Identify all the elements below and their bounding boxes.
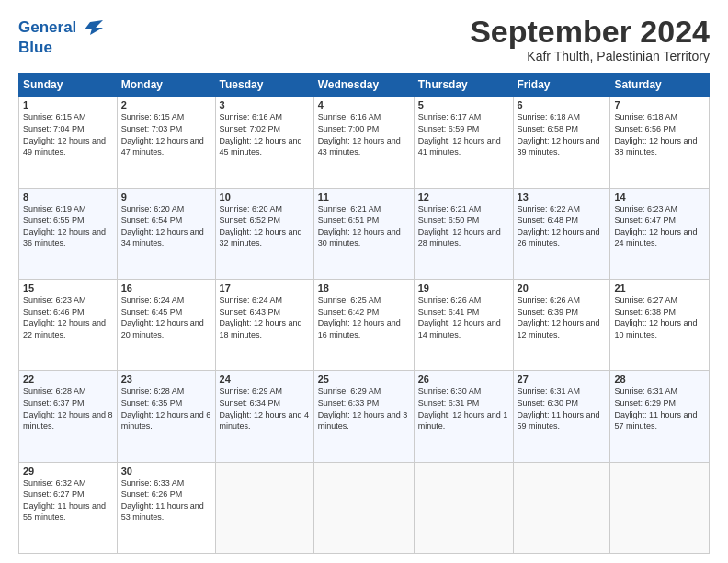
header: General Blue September 2024 Kafr Thulth,…	[18, 15, 710, 63]
logo-text: General	[18, 18, 103, 39]
calendar-cell: 1Sunrise: 6:15 AMSunset: 7:04 PMDaylight…	[19, 97, 118, 188]
calendar-cell: 12Sunrise: 6:21 AMSunset: 6:50 PMDayligh…	[414, 188, 513, 279]
day-detail: Sunrise: 6:20 AMSunset: 6:54 PMDaylight:…	[121, 203, 211, 249]
day-number: 6	[518, 99, 607, 110]
day-detail: Sunrise: 6:27 AMSunset: 6:38 PMDaylight:…	[614, 294, 705, 340]
day-detail: Sunrise: 6:19 AMSunset: 6:55 PMDaylight:…	[23, 203, 113, 249]
calendar-cell: 18Sunrise: 6:25 AMSunset: 6:42 PMDayligh…	[313, 280, 414, 371]
calendar-cell: 6Sunrise: 6:18 AMSunset: 6:58 PMDaylight…	[513, 97, 610, 188]
day-number: 15	[23, 282, 113, 293]
calendar-cell: 17Sunrise: 6:24 AMSunset: 6:43 PMDayligh…	[215, 280, 313, 371]
day-number: 3	[220, 99, 310, 110]
day-detail: Sunrise: 6:28 AMSunset: 6:35 PMDaylight:…	[121, 385, 211, 431]
day-detail: Sunrise: 6:28 AMSunset: 6:37 PMDaylight:…	[23, 385, 113, 431]
calendar-cell: 10Sunrise: 6:20 AMSunset: 6:52 PMDayligh…	[215, 188, 313, 279]
day-detail: Sunrise: 6:31 AMSunset: 6:30 PMDaylight:…	[518, 385, 607, 431]
day-number: 30	[121, 465, 211, 477]
calendar-cell: 13Sunrise: 6:22 AMSunset: 6:48 PMDayligh…	[513, 188, 610, 279]
calendar: SundayMondayTuesdayWednesdayThursdayFrid…	[18, 73, 710, 554]
calendar-cell: 21Sunrise: 6:27 AMSunset: 6:38 PMDayligh…	[610, 280, 710, 371]
day-detail: Sunrise: 6:21 AMSunset: 6:50 PMDaylight:…	[418, 203, 509, 249]
day-number: 22	[23, 373, 113, 385]
day-number: 4	[318, 99, 410, 110]
calendar-cell: 26Sunrise: 6:30 AMSunset: 6:31 PMDayligh…	[414, 371, 513, 462]
day-number: 18	[318, 282, 410, 293]
calendar-cell	[610, 462, 710, 553]
day-detail: Sunrise: 6:20 AMSunset: 6:52 PMDaylight:…	[220, 203, 310, 249]
day-number: 29	[23, 465, 113, 477]
day-detail: Sunrise: 6:26 AMSunset: 6:41 PMDaylight:…	[418, 294, 509, 340]
calendar-cell: 16Sunrise: 6:24 AMSunset: 6:45 PMDayligh…	[117, 280, 215, 371]
logo-blue-text: Blue	[18, 39, 103, 57]
day-detail: Sunrise: 6:22 AMSunset: 6:48 PMDaylight:…	[518, 203, 607, 249]
day-detail: Sunrise: 6:24 AMSunset: 6:43 PMDaylight:…	[220, 294, 310, 340]
day-detail: Sunrise: 6:18 AMSunset: 6:56 PMDaylight:…	[614, 111, 705, 157]
day-detail: Sunrise: 6:25 AMSunset: 6:42 PMDaylight:…	[318, 294, 410, 340]
weekday-header-tuesday: Tuesday	[215, 74, 313, 97]
day-number: 7	[614, 99, 705, 110]
day-detail: Sunrise: 6:30 AMSunset: 6:31 PMDaylight:…	[418, 385, 509, 431]
day-number: 20	[518, 282, 607, 293]
day-detail: Sunrise: 6:18 AMSunset: 6:58 PMDaylight:…	[518, 111, 607, 157]
day-number: 1	[23, 99, 113, 110]
day-number: 5	[418, 99, 509, 110]
calendar-week-row: 22Sunrise: 6:28 AMSunset: 6:37 PMDayligh…	[19, 371, 710, 462]
weekday-header-monday: Monday	[117, 74, 215, 97]
day-detail: Sunrise: 6:32 AMSunset: 6:27 PMDaylight:…	[23, 477, 113, 523]
calendar-cell: 3Sunrise: 6:16 AMSunset: 7:02 PMDaylight…	[215, 97, 313, 188]
day-number: 11	[318, 191, 410, 202]
day-detail: Sunrise: 6:29 AMSunset: 6:33 PMDaylight:…	[318, 385, 410, 431]
day-detail: Sunrise: 6:29 AMSunset: 6:34 PMDaylight:…	[220, 385, 310, 431]
page: General Blue September 2024 Kafr Thulth,…	[0, 0, 728, 563]
day-detail: Sunrise: 6:15 AMSunset: 7:04 PMDaylight:…	[23, 111, 113, 157]
calendar-week-row: 1Sunrise: 6:15 AMSunset: 7:04 PMDaylight…	[19, 97, 710, 188]
calendar-week-row: 29Sunrise: 6:32 AMSunset: 6:27 PMDayligh…	[19, 462, 710, 553]
day-detail: Sunrise: 6:26 AMSunset: 6:39 PMDaylight:…	[518, 294, 607, 340]
day-number: 16	[121, 282, 211, 293]
calendar-cell: 23Sunrise: 6:28 AMSunset: 6:35 PMDayligh…	[117, 371, 215, 462]
calendar-cell	[215, 462, 313, 553]
calendar-table: SundayMondayTuesdayWednesdayThursdayFrid…	[18, 73, 710, 554]
day-number: 26	[418, 373, 509, 385]
calendar-cell	[513, 462, 610, 553]
title-block: September 2024 Kafr Thulth, Palestinian …	[470, 15, 710, 63]
day-number: 19	[418, 282, 509, 293]
main-title: September 2024	[470, 15, 710, 49]
day-detail: Sunrise: 6:16 AMSunset: 7:02 PMDaylight:…	[220, 111, 310, 157]
day-number: 23	[121, 373, 211, 385]
day-detail: Sunrise: 6:31 AMSunset: 6:29 PMDaylight:…	[614, 385, 705, 431]
calendar-cell: 9Sunrise: 6:20 AMSunset: 6:54 PMDaylight…	[117, 188, 215, 279]
calendar-week-row: 8Sunrise: 6:19 AMSunset: 6:55 PMDaylight…	[19, 188, 710, 279]
calendar-cell: 8Sunrise: 6:19 AMSunset: 6:55 PMDaylight…	[19, 188, 118, 279]
calendar-cell: 25Sunrise: 6:29 AMSunset: 6:33 PMDayligh…	[313, 371, 414, 462]
day-detail: Sunrise: 6:17 AMSunset: 6:59 PMDaylight:…	[418, 111, 509, 157]
calendar-cell	[414, 462, 513, 553]
calendar-cell: 4Sunrise: 6:16 AMSunset: 7:00 PMDaylight…	[313, 97, 414, 188]
svg-marker-0	[85, 20, 103, 35]
day-detail: Sunrise: 6:23 AMSunset: 6:47 PMDaylight:…	[614, 203, 705, 249]
weekday-header-wednesday: Wednesday	[313, 74, 414, 97]
day-number: 28	[614, 373, 705, 385]
logo: General Blue	[18, 18, 103, 57]
calendar-cell: 5Sunrise: 6:17 AMSunset: 6:59 PMDaylight…	[414, 97, 513, 188]
day-detail: Sunrise: 6:24 AMSunset: 6:45 PMDaylight:…	[121, 294, 211, 340]
calendar-cell: 28Sunrise: 6:31 AMSunset: 6:29 PMDayligh…	[610, 371, 710, 462]
calendar-cell: 11Sunrise: 6:21 AMSunset: 6:51 PMDayligh…	[313, 188, 414, 279]
weekday-header-saturday: Saturday	[610, 74, 710, 97]
calendar-cell: 20Sunrise: 6:26 AMSunset: 6:39 PMDayligh…	[513, 280, 610, 371]
calendar-cell: 30Sunrise: 6:33 AMSunset: 6:26 PMDayligh…	[117, 462, 215, 553]
day-number: 21	[614, 282, 705, 293]
calendar-cell	[313, 462, 414, 553]
calendar-cell: 2Sunrise: 6:15 AMSunset: 7:03 PMDaylight…	[117, 97, 215, 188]
calendar-header-row: SundayMondayTuesdayWednesdayThursdayFrid…	[19, 74, 710, 97]
calendar-cell: 22Sunrise: 6:28 AMSunset: 6:37 PMDayligh…	[19, 371, 118, 462]
day-number: 13	[518, 191, 607, 202]
day-number: 27	[518, 373, 607, 385]
calendar-cell: 7Sunrise: 6:18 AMSunset: 6:56 PMDaylight…	[610, 97, 710, 188]
calendar-cell: 14Sunrise: 6:23 AMSunset: 6:47 PMDayligh…	[610, 188, 710, 279]
calendar-week-row: 15Sunrise: 6:23 AMSunset: 6:46 PMDayligh…	[19, 280, 710, 371]
day-detail: Sunrise: 6:16 AMSunset: 7:00 PMDaylight:…	[318, 111, 410, 157]
weekday-header-friday: Friday	[513, 74, 610, 97]
day-detail: Sunrise: 6:23 AMSunset: 6:46 PMDaylight:…	[23, 294, 113, 340]
calendar-cell: 19Sunrise: 6:26 AMSunset: 6:41 PMDayligh…	[414, 280, 513, 371]
